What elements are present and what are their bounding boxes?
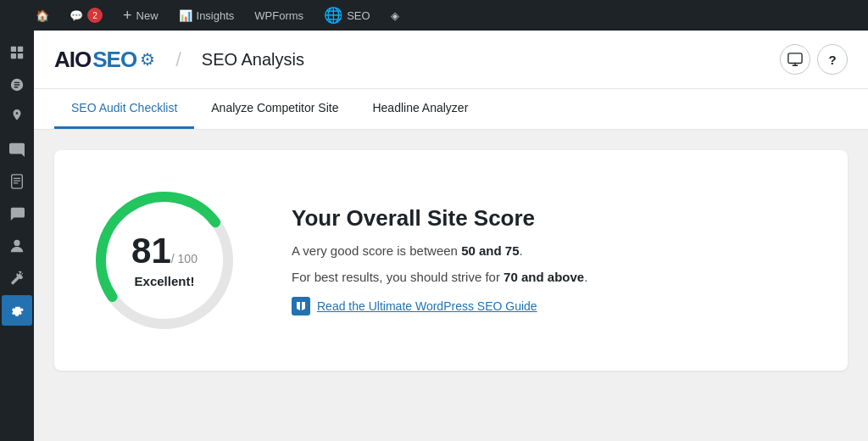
admin-bar-home[interactable]: 🏠 <box>27 0 58 31</box>
tab-seo-audit[interactable]: SEO Audit Checklist <box>54 89 194 129</box>
admin-bar-seo[interactable]: 🌐 SEO <box>315 0 378 31</box>
new-label: New <box>136 9 159 22</box>
desc1-text: A very good score is between <box>292 243 461 258</box>
score-info: Your Overall Site Score A very good scor… <box>292 205 587 315</box>
monitor-icon <box>787 52 803 67</box>
logo-seo-text: SEO <box>92 47 136 73</box>
admin-bar-new[interactable]: + New <box>114 0 167 31</box>
sidebar-item-user[interactable] <box>2 231 32 261</box>
admin-bar-diamond[interactable]: ◈ <box>382 0 408 31</box>
svg-rect-4 <box>11 53 16 59</box>
comment-count: 2 <box>87 8 103 23</box>
desc1-bold: 50 and 75 <box>461 243 519 258</box>
logo-section: AIOSEO⚙ / SEO Analysis <box>54 47 304 73</box>
diamond-icon: ◈ <box>391 9 399 22</box>
admin-bar-insights[interactable]: 📊 Insights <box>170 0 243 31</box>
desc2-bold: 70 and above <box>504 270 584 284</box>
svg-rect-2 <box>11 47 16 52</box>
tabs-container: SEO Audit Checklist Analyze Competitor S… <box>34 89 868 130</box>
sidebar-item-comments-sidebar[interactable] <box>2 198 32 229</box>
score-text-overlay: 81/ 100 Excellent! <box>131 233 198 288</box>
sidebar-item-tools[interactable] <box>2 263 32 293</box>
main-content: 81/ 100 Excellent! Your Overall Site Sco… <box>34 130 868 391</box>
sidebar-item-pages[interactable] <box>2 166 32 197</box>
wpforms-label: WPForms <box>254 9 303 22</box>
insights-label: Insights <box>197 9 235 22</box>
guide-link: Read the Ultimate WordPress SEO Guide <box>292 297 587 315</box>
svg-rect-3 <box>18 47 23 52</box>
main-layout: AIOSEO⚙ / SEO Analysis ? SEO Audit Check… <box>0 31 868 441</box>
tab-seo-audit-label: SEO Audit Checklist <box>71 101 177 114</box>
header-actions: ? <box>780 44 848 75</box>
score-title: Your Overall Site Score <box>292 205 587 232</box>
score-number-wrapper: 81/ 100 <box>131 233 198 269</box>
score-card: 81/ 100 Excellent! Your Overall Site Sco… <box>54 150 848 371</box>
logo-divider: / <box>175 47 181 71</box>
score-label: Excellent! <box>131 274 198 288</box>
tab-competitor[interactable]: Analyze Competitor Site <box>194 89 355 129</box>
sidebar-item-dashboard[interactable] <box>2 37 32 68</box>
sidebar-item-posts[interactable] <box>2 70 32 100</box>
svg-rect-9 <box>788 53 802 64</box>
tab-headline-label: Headline Analyzer <box>372 101 468 114</box>
book-icon <box>295 300 307 312</box>
desc2-end: . <box>584 270 587 284</box>
sidebar-item-pin[interactable] <box>2 102 32 132</box>
svg-point-8 <box>14 240 19 246</box>
logo-gear-icon: ⚙ <box>140 49 155 70</box>
guide-link-text[interactable]: Read the Ultimate WordPress SEO Guide <box>317 299 537 313</box>
seo-label: SEO <box>347 9 370 22</box>
score-circle-wrapper: 81/ 100 Excellent! <box>88 184 241 337</box>
sidebar <box>0 31 34 441</box>
guide-link-icon <box>292 297 310 315</box>
sidebar-item-settings[interactable] <box>2 295 32 326</box>
page-title: SEO Analysis <box>202 50 304 70</box>
admin-bar-comments[interactable]: 💬 2 <box>61 0 111 31</box>
plus-icon: + <box>123 7 132 25</box>
insights-icon: 📊 <box>179 9 192 22</box>
svg-rect-7 <box>12 175 23 188</box>
logo-aio-text: AIO <box>54 47 91 73</box>
page-header: AIOSEO⚙ / SEO Analysis ? <box>34 31 868 89</box>
admin-bar: W 🏠 💬 2 + New 📊 Insights WPForms 🌐 SEO ◈ <box>0 0 868 31</box>
content-area: AIOSEO⚙ / SEO Analysis ? SEO Audit Check… <box>34 31 868 441</box>
help-button[interactable]: ? <box>817 44 848 75</box>
admin-bar-wpforms[interactable]: WPForms <box>246 0 312 31</box>
comment-icon: 💬 <box>70 9 83 22</box>
score-description-1: A very good score is between 50 and 75. <box>292 242 587 261</box>
help-icon: ? <box>828 53 836 67</box>
score-number: 81 <box>131 231 171 271</box>
score-max: / 100 <box>171 252 198 265</box>
tab-headline[interactable]: Headline Analyzer <box>355 89 485 129</box>
desc1-end: . <box>520 243 523 258</box>
home-icon: 🏠 <box>36 9 49 22</box>
aioseo-logo: AIOSEO⚙ <box>54 47 155 73</box>
seo-globe-icon: 🌐 <box>324 6 342 25</box>
svg-rect-5 <box>18 53 23 59</box>
monitor-button[interactable] <box>780 44 810 75</box>
desc2-text: For best results, you should strive for <box>292 270 504 284</box>
sidebar-item-speech[interactable] <box>2 134 32 165</box>
score-description-2: For best results, you should strive for … <box>292 268 587 287</box>
tab-competitor-label: Analyze Competitor Site <box>211 101 338 114</box>
admin-bar-logo[interactable]: W <box>7 0 24 31</box>
